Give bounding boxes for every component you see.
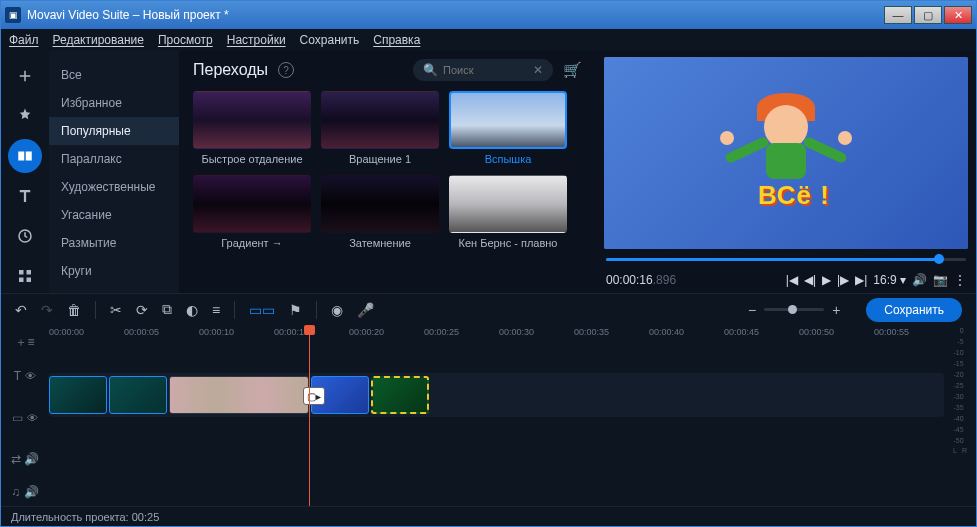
menu-settings[interactable]: Настройки	[227, 33, 286, 47]
record-video-button[interactable]: ◉	[331, 302, 343, 318]
timeline-area: ＋≡ T 👁 ▭ 👁 ⇄ 🔊 ♫ 🔊 00:00:0000:00:0500:00…	[1, 325, 976, 506]
transition-thumb[interactable]: Вспышка	[449, 91, 567, 165]
menu-edit[interactable]: Редактирование	[53, 33, 144, 47]
category-item[interactable]: Размытие	[49, 229, 179, 257]
window-controls: — ▢ ✕	[884, 6, 972, 24]
next-frame-button[interactable]: |▶	[837, 273, 849, 287]
audio-track[interactable]	[49, 449, 944, 477]
svg-rect-1	[26, 152, 32, 161]
titles-track[interactable]	[49, 343, 944, 371]
transition-thumb[interactable]: Затемнение	[321, 175, 439, 249]
delete-button[interactable]: 🗑	[67, 302, 81, 318]
transitions-browser: Переходы ? 🔍 ✕ 🛒 Быстрое отдалениеВращен…	[179, 51, 596, 293]
zoom-in-button[interactable]: +	[832, 302, 840, 318]
redo-button[interactable]: ↷	[41, 302, 53, 318]
maximize-button[interactable]: ▢	[914, 6, 942, 24]
search-input[interactable]	[443, 64, 533, 76]
adjust-button[interactable]: ≡	[212, 302, 220, 318]
add-track-button[interactable]: ＋≡	[15, 329, 34, 356]
transition-wizard-button[interactable]: ▭▭	[249, 302, 275, 318]
goto-end-button[interactable]: ▶|	[855, 273, 867, 287]
clear-search-icon[interactable]: ✕	[533, 63, 543, 77]
category-item[interactable]: Художественные	[49, 173, 179, 201]
category-item[interactable]: Популярные	[49, 117, 179, 145]
transition-thumb[interactable]: Кен Бернс - плавно	[449, 175, 567, 249]
snapshot-icon[interactable]: 📷	[933, 273, 948, 287]
titlebar: ▣ Movavi Video Suite – Новый проект * — …	[1, 1, 976, 29]
ruler-tick: 00:00:40	[649, 327, 684, 337]
category-item[interactable]: Параллакс	[49, 145, 179, 173]
video-preview[interactable]: ВСё !	[604, 57, 968, 249]
filters-tool[interactable]	[8, 99, 42, 133]
menu-file[interactable]: Файл	[9, 33, 39, 47]
clip-1[interactable]	[49, 376, 107, 414]
svg-rect-6	[27, 278, 32, 283]
overlay-text: ВСё !	[758, 180, 830, 211]
info-icon[interactable]: ?	[278, 62, 294, 78]
time-ruler[interactable]: 00:00:0000:00:0500:00:1000:00:1500:00:20…	[49, 325, 944, 343]
svg-rect-3	[19, 270, 24, 275]
transition-thumb[interactable]: Вращение 1	[321, 91, 439, 165]
audio-track-header[interactable]: ♫ 🔊	[11, 479, 38, 506]
playhead[interactable]	[309, 325, 310, 506]
meter-tick: -40	[953, 415, 963, 422]
cut-button[interactable]: ✂	[110, 302, 122, 318]
export-button[interactable]: Сохранить	[866, 298, 962, 322]
record-audio-button[interactable]: 🎤	[357, 302, 374, 318]
zoom-out-button[interactable]: −	[748, 302, 756, 318]
import-tool[interactable]	[8, 59, 42, 93]
ruler-tick: 00:00:10	[199, 327, 234, 337]
ruler-tick: 00:00:55	[874, 327, 909, 337]
meter-tick: -30	[953, 393, 963, 400]
category-item[interactable]: Угасание	[49, 201, 179, 229]
thumb-image	[321, 175, 439, 233]
menu-save[interactable]: Сохранить	[300, 33, 360, 47]
crop-button[interactable]: ⧉	[162, 301, 172, 318]
scrub-handle[interactable]	[934, 254, 944, 264]
scrub-bar[interactable]	[604, 249, 968, 267]
menu-view[interactable]: Просмотр	[158, 33, 213, 47]
link-track-header[interactable]: ⇄ 🔊	[11, 445, 39, 472]
audio-meters: 0-5-10-15-20-25-30-35-40-45-50 LR	[944, 325, 976, 506]
stickers-tool[interactable]	[8, 219, 42, 253]
goto-start-button[interactable]: |◀	[786, 273, 798, 287]
zoom-slider[interactable]	[764, 308, 824, 311]
clip-2[interactable]	[109, 376, 167, 414]
video-track-header[interactable]: ▭ 👁	[12, 396, 38, 439]
upper-panels: ВсеИзбранноеПопулярныеПараллаксХудожеств…	[1, 51, 976, 293]
titles-track-header[interactable]: T 👁	[14, 362, 36, 389]
category-item[interactable]: Все	[49, 61, 179, 89]
color-button[interactable]: ◐	[186, 302, 198, 318]
transition-thumb[interactable]: Быстрое отдаление	[193, 91, 311, 165]
track-headers: ＋≡ T 👁 ▭ 👁 ⇄ 🔊 ♫ 🔊	[1, 325, 49, 506]
titles-tool[interactable]	[8, 179, 42, 213]
playback-controls: 00:00:16.896 |◀ ◀| ▶ |▶ ▶| 16:9 ▾ 🔊 📷 ⋮	[604, 267, 968, 293]
marker-button[interactable]: ⚑	[289, 302, 302, 318]
menu-help[interactable]: Справка	[373, 33, 420, 47]
category-item[interactable]: Избранное	[49, 89, 179, 117]
more-tool[interactable]	[8, 259, 42, 293]
clip-5[interactable]	[371, 376, 429, 414]
clip-3[interactable]	[169, 376, 309, 414]
search-box[interactable]: 🔍 ✕	[413, 59, 553, 81]
minimize-button[interactable]: —	[884, 6, 912, 24]
rotate-button[interactable]: ⟳	[136, 302, 148, 318]
transitions-tool[interactable]	[8, 139, 42, 173]
cart-icon[interactable]: 🛒	[563, 61, 582, 79]
aspect-ratio[interactable]: 16:9 ▾	[873, 273, 906, 287]
close-button[interactable]: ✕	[944, 6, 972, 24]
timeline-body[interactable]: 00:00:0000:00:0500:00:1000:00:1500:00:20…	[49, 325, 944, 506]
transition-badge[interactable]: ▢▸	[303, 387, 325, 405]
app-icon: ▣	[5, 7, 21, 23]
linked-audio-track[interactable]	[49, 419, 944, 447]
meter-tick: -35	[953, 404, 963, 411]
video-track[interactable]: ▢▸	[49, 373, 944, 417]
meter-tick: -50	[953, 437, 963, 444]
transition-thumb[interactable]: Градиент →	[193, 175, 311, 249]
undo-button[interactable]: ↶	[15, 302, 27, 318]
preview-more-icon[interactable]: ⋮	[954, 273, 966, 287]
prev-frame-button[interactable]: ◀|	[804, 273, 816, 287]
volume-icon[interactable]: 🔊	[912, 273, 927, 287]
category-item[interactable]: Круги	[49, 257, 179, 285]
play-button[interactable]: ▶	[822, 273, 831, 287]
